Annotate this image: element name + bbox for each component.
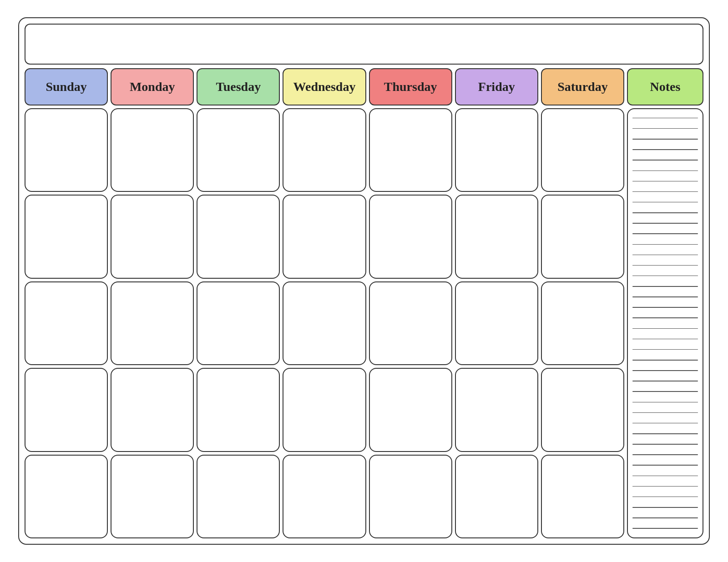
week-row-1 — [25, 108, 624, 192]
cell-w3-fri[interactable] — [455, 281, 538, 365]
note-line — [632, 255, 698, 256]
cell-w4-thu[interactable] — [369, 368, 452, 452]
cell-w4-fri[interactable] — [455, 368, 538, 452]
note-line — [632, 444, 698, 445]
cell-w2-fri[interactable] — [455, 195, 538, 278]
cell-w4-tue[interactable] — [197, 368, 280, 452]
note-line — [632, 212, 698, 213]
cell-w2-sat[interactable] — [541, 195, 624, 278]
cell-w1-sun[interactable] — [25, 108, 108, 192]
note-line — [632, 317, 698, 318]
note-line — [632, 160, 698, 161]
cell-w5-mon[interactable] — [111, 455, 194, 538]
note-line — [632, 423, 698, 424]
cell-w5-sun[interactable] — [25, 455, 108, 538]
cell-w2-mon[interactable] — [111, 195, 194, 278]
cell-w5-fri[interactable] — [455, 455, 538, 538]
cell-w3-sat[interactable] — [541, 281, 624, 365]
note-line — [632, 507, 698, 508]
note-line — [632, 339, 698, 340]
note-line — [632, 454, 698, 455]
note-line — [632, 465, 698, 466]
note-line — [632, 476, 698, 477]
note-line — [632, 191, 698, 192]
note-line — [632, 402, 698, 403]
note-line — [632, 139, 698, 140]
header-saturday: Saturday — [541, 68, 624, 105]
notes-column[interactable] — [627, 108, 703, 538]
cell-w5-tue[interactable] — [197, 455, 280, 538]
header-friday: Friday — [455, 68, 538, 105]
cell-w4-wed[interactable] — [283, 368, 366, 452]
header-wednesday: Wednesday — [283, 68, 366, 105]
cell-w1-tue[interactable] — [197, 108, 280, 192]
note-line — [632, 118, 698, 119]
note-line — [632, 171, 698, 171]
days-grid — [25, 108, 624, 538]
cell-w3-thu[interactable] — [369, 281, 452, 365]
note-line — [632, 370, 698, 371]
note-line — [632, 328, 698, 329]
week-row-5 — [25, 455, 624, 538]
note-line — [632, 433, 698, 434]
cell-w3-sun[interactable] — [25, 281, 108, 365]
note-line — [632, 349, 698, 350]
note-line — [632, 307, 698, 308]
note-line — [632, 181, 698, 182]
cell-w1-thu[interactable] — [369, 108, 452, 192]
note-line — [632, 233, 698, 234]
cell-w1-wed[interactable] — [283, 108, 366, 192]
cell-w2-wed[interactable] — [283, 195, 366, 278]
header-notes: Notes — [627, 68, 703, 105]
note-line — [632, 412, 698, 413]
cell-w1-mon[interactable] — [111, 108, 194, 192]
cell-w2-tue[interactable] — [197, 195, 280, 278]
note-line — [632, 391, 698, 392]
header-row: Sunday Monday Tuesday Wednesday Thursday… — [25, 68, 703, 105]
cell-w1-sat[interactable] — [541, 108, 624, 192]
note-line — [632, 486, 698, 487]
week-row-2 — [25, 195, 624, 278]
note-line — [632, 497, 698, 497]
note-line — [632, 223, 698, 224]
note-line — [632, 381, 698, 381]
note-line — [632, 128, 698, 129]
cell-w5-wed[interactable] — [283, 455, 366, 538]
rows-area — [25, 108, 703, 538]
header-sunday: Sunday — [25, 68, 108, 105]
note-line — [632, 296, 698, 297]
cell-w3-mon[interactable] — [111, 281, 194, 365]
cell-w4-mon[interactable] — [111, 368, 194, 452]
cell-w3-wed[interactable] — [283, 281, 366, 365]
cell-w3-tue[interactable] — [197, 281, 280, 365]
cell-w2-sun[interactable] — [25, 195, 108, 278]
header-thursday: Thursday — [369, 68, 452, 105]
note-line — [632, 244, 698, 245]
header-tuesday: Tuesday — [197, 68, 280, 105]
calendar-body: Sunday Monday Tuesday Wednesday Thursday… — [25, 68, 703, 538]
cell-w1-fri[interactable] — [455, 108, 538, 192]
cell-w4-sat[interactable] — [541, 368, 624, 452]
note-line — [632, 360, 698, 361]
title-bar[interactable] — [25, 24, 703, 65]
cell-w2-thu[interactable] — [369, 195, 452, 278]
note-line — [632, 517, 698, 518]
week-row-3 — [25, 281, 624, 365]
cell-w5-thu[interactable] — [369, 455, 452, 538]
header-monday: Monday — [111, 68, 194, 105]
note-line — [632, 286, 698, 287]
cell-w4-sun[interactable] — [25, 368, 108, 452]
note-line — [632, 276, 698, 276]
note-line — [632, 528, 698, 529]
note-line — [632, 149, 698, 150]
note-line — [632, 265, 698, 266]
calendar-wrapper: Sunday Monday Tuesday Wednesday Thursday… — [18, 17, 710, 545]
cell-w5-sat[interactable] — [541, 455, 624, 538]
week-row-4 — [25, 368, 624, 452]
note-line — [632, 202, 698, 203]
